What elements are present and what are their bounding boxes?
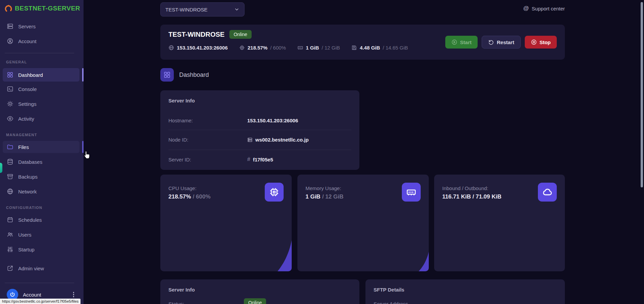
eye-icon bbox=[7, 115, 13, 122]
servers-icon bbox=[7, 23, 13, 30]
refresh-icon bbox=[488, 39, 494, 45]
brand-name: BESTNET-GSERVER bbox=[15, 5, 80, 12]
active-indicator bbox=[82, 68, 84, 82]
brand[interactable]: BESTNET-GSERVER bbox=[4, 4, 80, 13]
scrollbar-thumb[interactable] bbox=[641, 2, 643, 187]
sftp-details-card: SFTP Details Server Address bbox=[365, 279, 565, 304]
user-icon bbox=[7, 38, 13, 44]
hash-icon: # bbox=[247, 156, 250, 162]
chevron-down-icon bbox=[234, 7, 239, 12]
cpu-icon bbox=[265, 183, 284, 202]
disk-stat: 4.48 GiB / 14.65 GiB bbox=[351, 45, 408, 51]
sidebar-item-settings[interactable]: Settings bbox=[3, 98, 79, 110]
server-id-row: Server ID: # f17f05e5 bbox=[160, 150, 359, 169]
console-icon bbox=[7, 86, 13, 92]
sidebar-item-backups[interactable]: Backups bbox=[3, 171, 79, 183]
stop-button[interactable]: Stop bbox=[525, 36, 557, 49]
server-stats-row: 153.150.41.203:26006 218.57% / 600% 1 Gi… bbox=[168, 45, 408, 51]
cpu-stat: 218.57% / 600% bbox=[239, 45, 286, 51]
sidebar-item-activity[interactable]: Activity bbox=[3, 113, 79, 125]
cpu-icon bbox=[239, 45, 245, 51]
external-link-icon bbox=[7, 265, 13, 272]
status-label: Status: bbox=[168, 301, 184, 304]
usage-sparkline bbox=[419, 252, 429, 271]
play-circle-icon bbox=[451, 39, 457, 45]
folder-icon bbox=[7, 144, 13, 150]
at-sign-icon: @ bbox=[523, 5, 529, 12]
dashboard-icon bbox=[160, 68, 174, 82]
dashboard-icon bbox=[7, 71, 13, 78]
archive-icon bbox=[7, 173, 13, 180]
memory-icon bbox=[402, 183, 421, 202]
sidebar-item-databases[interactable]: Databases bbox=[3, 156, 79, 168]
memory-stat: 1 GiB / 12 GiB bbox=[297, 45, 340, 51]
usage-sparkline bbox=[278, 240, 292, 271]
section-header-management: MANAGEMENT bbox=[6, 133, 37, 137]
memory-usage-card: Memory Usage: 1 GiB/ 12 GiB bbox=[297, 175, 429, 271]
card-title: Server Info bbox=[168, 98, 195, 103]
sidebar-item-startup[interactable]: Startup bbox=[3, 243, 79, 255]
server-info-card-bottom: Server Info Status: Online bbox=[160, 279, 359, 304]
brand-flame-icon bbox=[4, 4, 13, 13]
power-icon bbox=[9, 292, 15, 298]
server-name: TEST-WINDROSE bbox=[168, 31, 225, 38]
database-icon bbox=[7, 158, 13, 165]
address-stat: 153.150.41.203:26006 bbox=[168, 45, 228, 51]
sidebar-divider bbox=[5, 53, 74, 53]
hover-indicator bbox=[82, 141, 84, 153]
topbar: TEST-WINDROSE @ Support center bbox=[160, 0, 565, 19]
disk-icon bbox=[351, 45, 357, 51]
node-id-row: Node ID: ws002.bestnetllc.co.jp bbox=[160, 130, 359, 150]
users-icon bbox=[7, 231, 13, 238]
sidebar-item-users[interactable]: Users bbox=[3, 229, 79, 241]
stop-circle-icon bbox=[531, 39, 537, 45]
page-header: Dashboard bbox=[160, 68, 209, 82]
sftp-address-label: Server Address bbox=[374, 301, 408, 304]
sidebar-item-servers[interactable]: Servers bbox=[3, 20, 79, 32]
hostname-row: Hostname: 153.150.41.203:26006 bbox=[160, 111, 359, 130]
cloud-icon bbox=[538, 183, 557, 202]
globe-icon bbox=[7, 188, 13, 195]
sidebar-item-admin-view[interactable]: Admin view bbox=[3, 262, 79, 274]
start-button[interactable]: Start bbox=[445, 36, 478, 49]
node-icon bbox=[247, 137, 253, 143]
status-badge: Online bbox=[244, 298, 266, 304]
sidebar-divider bbox=[5, 283, 74, 283]
sidebar: BESTNET-GSERVER Servers Account GENERAL … bbox=[0, 0, 84, 304]
calendar-icon bbox=[7, 216, 13, 223]
globe-icon bbox=[168, 45, 174, 51]
sidebar-item-console[interactable]: Console bbox=[3, 83, 79, 95]
scrollbar[interactable] bbox=[639, 0, 644, 304]
sidebar-item-account[interactable]: Account bbox=[3, 35, 79, 47]
server-select[interactable]: TEST-WINDROSE bbox=[160, 2, 245, 17]
sidebar-collapse-handle[interactable] bbox=[0, 163, 2, 173]
status-url-tooltip: https://gsv.bestnetllc.co.jp/server/f17f… bbox=[0, 299, 80, 304]
restart-button[interactable]: Restart bbox=[482, 36, 521, 49]
page-title: Dashboard bbox=[179, 71, 209, 79]
sliders-icon bbox=[7, 246, 13, 253]
server-info-card: Server Info Hostname: 153.150.41.203:260… bbox=[160, 90, 359, 170]
section-header-general: GENERAL bbox=[6, 60, 27, 64]
sidebar-item-files[interactable]: Files bbox=[3, 141, 79, 153]
kebab-menu-icon[interactable] bbox=[72, 291, 76, 299]
support-center-link[interactable]: @ Support center bbox=[523, 5, 565, 12]
server-header-card: TEST-WINDROSE Online 153.150.41.203:2600… bbox=[160, 25, 565, 60]
mouse-cursor bbox=[84, 151, 91, 159]
sidebar-item-network[interactable]: Network bbox=[3, 185, 79, 197]
status-badge: Online bbox=[229, 30, 252, 39]
sidebar-item-dashboard[interactable]: Dashboard bbox=[3, 68, 79, 82]
gear-icon bbox=[7, 100, 13, 107]
memory-icon bbox=[297, 45, 303, 51]
card-title: SFTP Details bbox=[374, 287, 404, 293]
sidebar-item-schedules[interactable]: Schedules bbox=[3, 214, 79, 226]
card-title: Server Info bbox=[168, 287, 195, 293]
cpu-usage-card: CPU Usage: 218.57%/ 600% bbox=[160, 175, 292, 271]
network-usage-card: Inbound / Outbound: 116.71 KiB / 71.09 K… bbox=[434, 175, 565, 271]
section-header-configuration: CONFIGURATION bbox=[6, 206, 42, 210]
